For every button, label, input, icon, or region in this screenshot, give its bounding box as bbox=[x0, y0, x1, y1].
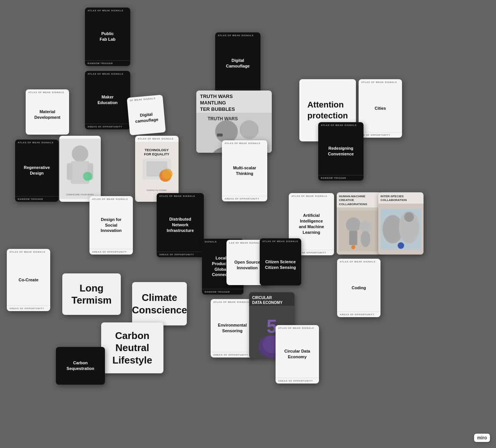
card-image-light-header: HUMAN-MACHINECREATIVECOLLABORATIONS bbox=[337, 192, 382, 207]
card-footer-label: AREAS OF OPPORTUNITY bbox=[7, 305, 50, 311]
card-title-text: EnvironmentalSensoring bbox=[218, 322, 246, 334]
card-redesigning-convenience[interactable]: ATLAS OF WEAK SIGNALSRedesigningConvenie… bbox=[318, 122, 364, 181]
card-header-label: ATLAS OF WEAK SIGNALS bbox=[85, 8, 130, 13]
card-footer-label: RANDOM TRIGGER bbox=[318, 175, 364, 181]
card-footer-label: AS OF OPPORTUNITY bbox=[359, 132, 402, 138]
card-header-label: ATLAS OF WEAK SIGNALS bbox=[289, 193, 334, 198]
card-material-development[interactable]: ATLAS OF WEAK SIGNALSMaterialDevelopment bbox=[26, 89, 69, 135]
card-title-text: DigitalCamouflage bbox=[226, 58, 250, 69]
card-big-title: CarbonNeutralLifestyle bbox=[109, 326, 156, 370]
svg-point-30 bbox=[404, 212, 414, 222]
card-header-label: ATLAS OF WEAK SIGNALS bbox=[26, 89, 69, 95]
svg-text:FOR EQUALITY: FOR EQUALITY bbox=[144, 152, 169, 156]
card-illustration: TECHNOLOGY FOR EQUALITY tracking my cook… bbox=[135, 141, 179, 202]
card-public-fab-lab[interactable]: ATLAS OF WEAK SIGNALSPublicFab LabRANDOM… bbox=[85, 8, 130, 66]
card-circular-data-economy[interactable]: ATLAS OF WEAK SIGNALSCircular DataEconom… bbox=[276, 325, 319, 384]
card-header-label: ATLAS OF WEAK SIGNALS bbox=[135, 136, 179, 141]
card-header-label: ATLAS OF WEAK SIGNALS bbox=[260, 238, 301, 244]
card-title-text: Circular DataEconomy bbox=[284, 348, 310, 360]
card-title-text: Design forSocialInnovation bbox=[101, 217, 122, 234]
card-big-title: ClimateConscience bbox=[132, 288, 187, 320]
card-citizen-science[interactable]: ATLAS OF WEAK SIGNALSCitizen ScienceCiti… bbox=[260, 238, 301, 285]
card-configure-your-body[interactable]: CONFIGURE YOUR BODY bbox=[59, 136, 101, 202]
card-title-text: MakerEducation bbox=[97, 94, 117, 106]
card-title-text: Co-Create bbox=[18, 277, 39, 283]
card-attention-title: Attentionprotection bbox=[303, 94, 353, 126]
card-header-label: ATLAS OF WEAK SIGNALS bbox=[211, 299, 254, 304]
card-footer-label: AREAS OF OPPORTUNITY bbox=[85, 124, 130, 129]
card-regenerative-design[interactable]: ATLAS OF WEAK SIGNALSRegenerativeDesignR… bbox=[15, 140, 59, 202]
card-footer-label: AREAS OF OPPORTUNITY bbox=[89, 249, 133, 255]
card-header-label: ATLAS OF WEAK SIGNALS bbox=[85, 71, 130, 76]
card-header-label: ATLAS OF WEAK SIGNALS bbox=[7, 249, 50, 254]
card-footer-label: AREAS OF OPPORTUNITY bbox=[211, 352, 254, 357]
svg-text:CONFIGURE YOUR BODY: CONFIGURE YOUR BODY bbox=[66, 193, 94, 196]
card-title-text: RegenerativeDesign bbox=[24, 165, 50, 176]
card-human-machine-creative[interactable]: HUMAN-MACHINECREATIVECOLLABORATIONS bbox=[337, 192, 382, 255]
svg-point-18 bbox=[240, 120, 259, 139]
card-title-text: Citizen ScienceCitizen Sensing bbox=[265, 259, 296, 270]
card-title-text: Open SourceInnovation bbox=[234, 259, 260, 271]
card-truth-wars-title: TRUTH WARSMANTLINGTER BUBBLES bbox=[196, 91, 239, 113]
svg-point-25 bbox=[360, 231, 370, 247]
card-footer-label: RANDOM TRIGGER bbox=[202, 289, 243, 295]
svg-rect-3 bbox=[67, 163, 72, 180]
card-header-label: ATLAS OF WEAK SIGNALS bbox=[215, 32, 260, 38]
svg-point-22 bbox=[346, 218, 360, 232]
svg-text:TECHNOLOGY: TECHNOLOGY bbox=[145, 148, 169, 152]
card-long-termism[interactable]: LongTermism bbox=[62, 273, 121, 315]
card-digital-camouflage-2[interactable]: ATLAS OF WEAK SIGNALSDigitalCamouflageRA… bbox=[215, 32, 260, 95]
card-cities[interactable]: ATLAS OF WEAK SIGNALSCitiesAS OF OPPORTU… bbox=[359, 79, 402, 138]
card-title-text: Digitalcamouflage bbox=[134, 111, 158, 124]
card-co-create[interactable]: ATLAS OF WEAK SIGNALSCo-CreateAREAS OF O… bbox=[7, 249, 50, 311]
card-title-text: RedesigningConvenience bbox=[328, 146, 354, 157]
card-title-text: Cities bbox=[375, 106, 386, 111]
card-footer-label: RANDOM TRIGGER bbox=[85, 60, 130, 66]
svg-point-31 bbox=[397, 242, 404, 249]
card-footer-label: AREAS OF OPPORTUNITY bbox=[276, 378, 319, 384]
card-header-label: ATLAS OF WEAK SIGNALS bbox=[359, 79, 402, 84]
svg-rect-21 bbox=[339, 211, 380, 252]
svg-point-16 bbox=[215, 120, 238, 143]
card-footer-label: AREAS OF OPPORTUNITY bbox=[222, 196, 267, 201]
card-title-text: PublicFab Lab bbox=[100, 31, 116, 42]
card-inter-species[interactable]: INTER-SPECIESCOLLABORATION bbox=[378, 192, 424, 255]
card-title-text: Multi-scalarThinking bbox=[233, 165, 256, 176]
card-title-text: CarbonSequestration bbox=[66, 360, 94, 371]
svg-point-26 bbox=[351, 245, 355, 249]
card-technology-for-equality[interactable]: ATLAS OF WEAK SIGNALS TECHNOLOGY FOR EQU… bbox=[135, 136, 179, 202]
card-image-light-img bbox=[337, 207, 382, 255]
card-distributed-network[interactable]: ATLAS OF WEAK SIGNALSDistributedNetworkI… bbox=[157, 193, 204, 257]
card-header-label: ATLAS OF WEAK SIGNALS bbox=[157, 193, 204, 198]
card-illustration: CONFIGURE YOUR BODY bbox=[59, 136, 101, 202]
card-image-light-img bbox=[378, 204, 424, 255]
card-header-label: ATLAS OF WEAK SIGNALS bbox=[222, 140, 267, 146]
svg-rect-19 bbox=[217, 133, 223, 137]
card-title-text: MaterialDevelopment bbox=[34, 109, 60, 120]
card-header-label: ATLAS OF WEAK SIGNALS bbox=[89, 196, 133, 201]
card-footer-label: AREAS OF OPPORTUNITY bbox=[337, 311, 380, 317]
card-multi-scalar-thinking[interactable]: ATLAS OF WEAK SIGNALSMulti-scalarThinkin… bbox=[222, 140, 267, 201]
card-title-text: Coding bbox=[352, 285, 366, 291]
card-footer-label: RANDOM TRIGGER bbox=[15, 196, 59, 202]
card-footer-label: AREAS OF OPPORTUNITY bbox=[157, 252, 204, 257]
card-header-label: ATLAS OF WEAK SIGNALS bbox=[318, 122, 364, 127]
card-environmental-sensoring[interactable]: ATLAS OF WEAK SIGNALSEnvironmentalSensor… bbox=[211, 299, 254, 357]
svg-point-13 bbox=[162, 169, 173, 179]
card-design-for-social-innovation[interactable]: ATLAS OF WEAK SIGNALSDesign forSocialInn… bbox=[89, 196, 133, 255]
svg-text:TRUTH WARS: TRUTH WARS bbox=[208, 116, 238, 121]
card-carbon-sequestration[interactable]: CarbonSequestration bbox=[56, 347, 105, 385]
svg-text:tracking my cookies: tracking my cookies bbox=[147, 189, 167, 191]
svg-point-5 bbox=[83, 172, 92, 181]
card-maker-education[interactable]: ATLAS OF WEAK SIGNALSMakerEducationAREAS… bbox=[85, 71, 130, 129]
card-dark-header: CIRCULARDATA ECONOMY bbox=[249, 292, 285, 305]
card-climate-conscience[interactable]: ClimateConscience bbox=[132, 282, 187, 325]
card-coding[interactable]: ATLAS OF WEAK SIGNALSCodingAREAS OF OPPO… bbox=[337, 259, 380, 317]
card-big-title: LongTermism bbox=[68, 278, 115, 310]
card-digital-camouflage-1[interactable]: OF WEAK SIGNALSDigitalcamouflage bbox=[127, 95, 166, 135]
card-carbon-neutral-lifestyle[interactable]: CarbonNeutralLifestyle bbox=[101, 322, 163, 373]
card-image-light-header: INTER-SPECIESCOLLABORATION bbox=[378, 192, 424, 204]
miro-badge: miro bbox=[474, 434, 490, 442]
svg-rect-23 bbox=[349, 231, 357, 245]
card-title-text: ArtificialIntelligenceand MachineLearnin… bbox=[299, 213, 324, 235]
